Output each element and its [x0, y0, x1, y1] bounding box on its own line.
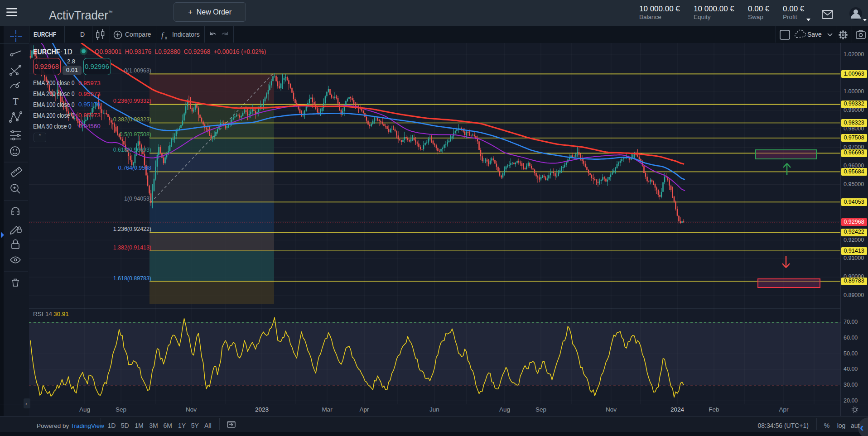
svg-text:T: T — [13, 96, 19, 107]
svg-text:f: f — [161, 31, 164, 39]
svg-text:‹: ‹ — [25, 401, 27, 407]
svg-text:‹: ‹ — [860, 421, 864, 434]
svg-text:x: x — [165, 35, 167, 40]
